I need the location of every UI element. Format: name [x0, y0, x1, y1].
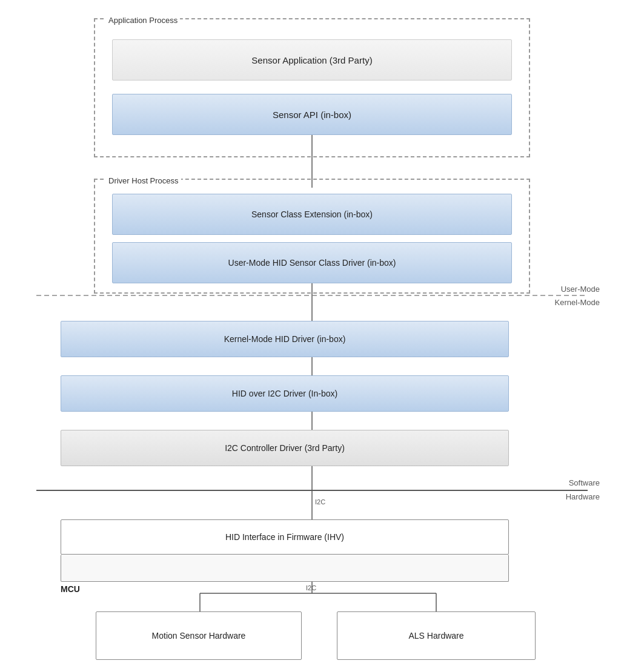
hid-i2c-box: HID over I2C Driver (In-box)	[61, 375, 509, 412]
i2c-connector-label: I2C	[315, 498, 325, 506]
mcu-empty-box	[61, 555, 509, 582]
sensor-app-box: Sensor Application (3rd Party)	[112, 39, 512, 81]
i2c-controller-box: I2C Controller Driver (3rd Party)	[61, 430, 509, 466]
mcu-label: MCU	[61, 584, 80, 594]
diagram: I2C Application Process Sensor Applicati…	[0, 0, 624, 672]
hid-sensor-driver-box: User-Mode HID Sensor Class Driver (in-bo…	[112, 242, 512, 283]
application-process-label: Application Process	[106, 16, 180, 25]
sensor-class-ext-box: Sensor Class Extension (in-box)	[112, 194, 512, 235]
als-hardware-box: ALS Hardware	[337, 611, 536, 660]
sensor-api-box: Sensor API (in-box)	[112, 94, 512, 135]
svg-text:I2C: I2C	[306, 584, 316, 591]
kernel-mode-label: Kernel-Mode	[555, 298, 600, 307]
software-label: Software	[569, 478, 600, 487]
hardware-label: Hardware	[566, 492, 600, 501]
driver-host-process-label: Driver Host Process	[106, 176, 181, 185]
hid-firmware-box: HID Interface in Firmware (IHV)	[61, 519, 509, 555]
user-mode-label: User-Mode	[561, 285, 600, 294]
motion-sensor-box: Motion Sensor Hardware	[96, 611, 302, 660]
kernel-hid-box: Kernel-Mode HID Driver (in-box)	[61, 321, 509, 357]
